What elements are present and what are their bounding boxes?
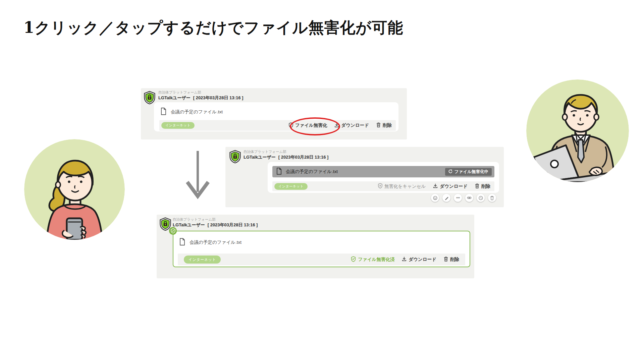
trash-icon: [444, 257, 448, 263]
down-arrow-icon: [185, 150, 211, 201]
user-name: LGTalkユーザー: [244, 155, 276, 160]
user-timestamp-line: LGTalkユーザー[ 2023年03月28日 13:16 ]: [244, 154, 328, 160]
quote-icon: ””: [456, 196, 460, 201]
attachment-card: 会議の予定のファイル.txt インターネット ファイル無害化: [154, 102, 398, 131]
network-badge: インターネット: [161, 122, 195, 129]
network-badge: インターネット: [274, 183, 308, 190]
attachment-card: 会議の予定のファイル.txt インターネット ファイル無害化済: [173, 231, 470, 267]
file-row-processing: 会議の予定のファイル.txt ファイル無害化中: [272, 166, 494, 177]
file-row[interactable]: 会議の予定のファイル.txt: [161, 108, 223, 116]
sanitized-status-label: ファイル無害化済: [358, 257, 394, 263]
user-name: LGTalkユーザー: [173, 222, 205, 227]
trash-icon: [475, 183, 479, 189]
sanitized-shield-check-badge: [169, 227, 177, 235]
timestamp: [ 2023年03月28日 13:16 ]: [193, 95, 244, 100]
shield-check-icon: [351, 256, 356, 263]
cancel-sanitize-button[interactable]: 無害化をキャンセル: [378, 183, 426, 189]
message-panel-initial: 自治体プラットフォーム部 LGTalkユーザー[ 2023年03月28日 13:…: [141, 88, 407, 139]
man-with-laptop-illustration: [526, 79, 629, 182]
file-name: 会議の予定のファイル.txt: [171, 109, 223, 115]
download-button[interactable]: ダウンロード: [433, 183, 468, 189]
delete-label: 削除: [383, 122, 392, 128]
emoji-reaction-button[interactable]: [431, 194, 439, 202]
department-label: 自治体プラットフォーム部: [158, 90, 201, 95]
sanitizing-status-button[interactable]: ファイル無害化中: [445, 168, 492, 176]
download-icon: [402, 257, 407, 262]
file-row[interactable]: 会議の予定のファイル.txt: [179, 238, 241, 247]
attachment-action-bar: インターネット ファイル無害化 ダウンロード: [159, 120, 396, 131]
file-name: 会議の予定のファイル.txt: [286, 169, 338, 175]
quote-button[interactable]: ””: [454, 194, 462, 202]
avatar-shield-icon: [229, 150, 241, 165]
delete-label: 削除: [450, 257, 459, 263]
message-hover-toolbar: ””: [431, 194, 496, 202]
network-badge: インターネット: [184, 256, 221, 264]
link-button[interactable]: [465, 194, 473, 202]
department-label: 自治体プラットフォーム部: [173, 217, 216, 222]
attachment-action-bar: インターネット ファイル無害化済 ダウンロード: [178, 254, 465, 265]
sanitized-status: ファイル無害化済: [351, 256, 394, 263]
file-icon: [276, 168, 282, 176]
delete-button[interactable]: 削除: [444, 257, 459, 263]
department-label: 自治体プラットフォーム部: [244, 150, 286, 154]
timestamp: [ 2023年03月28日 13:16 ]: [208, 222, 258, 227]
delete-button[interactable]: 削除: [475, 183, 490, 189]
file-name: 会議の予定のファイル.txt: [190, 239, 241, 245]
message-panel-done: 自治体プラットフォーム部 LGTalkユーザー[ 2023年03月28日 13:…: [157, 215, 474, 278]
sanitizing-status-label: ファイル無害化中: [454, 169, 488, 175]
file-icon: [179, 238, 185, 247]
delete-label: 削除: [481, 183, 490, 189]
user-name: LGTalkユーザー: [158, 95, 191, 100]
user-timestamp-line: LGTalkユーザー[ 2023年03月28日 13:16 ]: [158, 95, 243, 101]
timestamp: [ 2023年03月28日 13:16 ]: [278, 155, 329, 160]
trash-icon: [376, 122, 381, 128]
edit-pencil-button[interactable]: [442, 194, 450, 202]
attachment-action-bar: インターネット 無害化をキャンセル ダウンロード: [272, 181, 494, 191]
attachment-card: 会議の予定のファイル.txt ファイル無害化中 インターネット 無害化をキャンセ…: [268, 162, 499, 193]
page-title: 1クリック／タップするだけでファイル無害化が可能: [23, 17, 403, 38]
delete-message-button[interactable]: [488, 194, 496, 202]
message-panel-processing: 自治体プラットフォーム部 LGTalkユーザー[ 2023年03月28日 13:…: [225, 147, 504, 207]
download-label: ダウンロード: [341, 122, 369, 128]
avatar-shield-icon: [144, 91, 156, 106]
sync-icon: [448, 169, 452, 174]
download-label: ダウンロード: [409, 257, 436, 263]
history-clock-button[interactable]: [477, 194, 485, 202]
user-timestamp-line: LGTalkユーザー[ 2023年03月28日 13:16 ]: [173, 222, 258, 228]
download-button[interactable]: ダウンロード: [402, 257, 436, 263]
download-label: ダウンロード: [440, 183, 468, 189]
file-icon: [161, 108, 166, 116]
shield-cancel-icon: [378, 183, 382, 189]
slide-canvas: 1クリック／タップするだけでファイル無害化が可能 自治体プラットフォーム部 LG…: [0, 0, 644, 337]
download-icon: [433, 183, 438, 189]
sanitize-highlight-ellipse: [290, 117, 340, 135]
woman-with-smartphone-illustration: [24, 139, 125, 240]
cancel-sanitize-label: 無害化をキャンセル: [384, 183, 426, 189]
delete-button[interactable]: 削除: [376, 122, 392, 128]
